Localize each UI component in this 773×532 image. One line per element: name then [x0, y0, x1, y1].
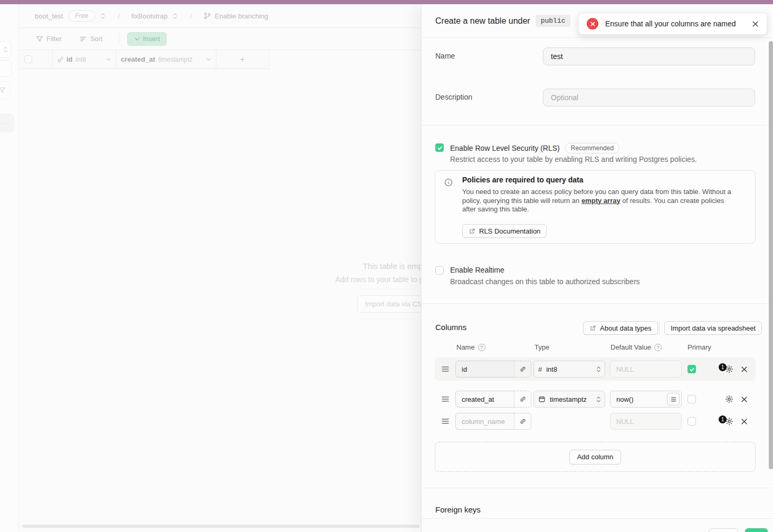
drag-handle-icon[interactable] [442, 366, 449, 372]
question-icon[interactable]: ? [478, 344, 485, 351]
info-title: Policies are required to query data [462, 176, 584, 184]
column-type-select[interactable]: timestamptz [533, 391, 605, 408]
cancel-button[interactable]: Cancel [709, 528, 738, 532]
chevron-down-icon[interactable] [106, 56, 111, 62]
empty-array-link[interactable]: empty array [581, 197, 621, 205]
foreign-keys-heading: Foreign keys [435, 505, 481, 514]
question-icon[interactable]: ? [654, 344, 662, 351]
import-csv-button[interactable]: Import data via CSV [357, 295, 421, 313]
toast-close-button[interactable] [752, 21, 759, 27]
empty-subtitle: Add rows to your table to get started. [19, 275, 421, 284]
breadcrumb-branch[interactable]: fixBootstrap [131, 12, 179, 20]
import-spreadsheet-button[interactable]: Import data via spreadsheet [664, 321, 762, 335]
realtime-checkbox[interactable] [435, 266, 444, 275]
table-editor-workspace: ··· boot_test Free / fixBootstrap / Enab… [0, 4, 421, 532]
drag-handle-icon[interactable] [442, 418, 449, 424]
primary-checkbox[interactable] [688, 365, 696, 373]
chevrons-up-down-icon [596, 365, 601, 373]
column-name-input[interactable] [455, 361, 514, 378]
toolbar-divider [119, 33, 119, 45]
select-all-checkbox[interactable] [24, 55, 32, 63]
default-value-input [610, 413, 682, 430]
name-label: Name [435, 52, 455, 60]
hash-icon: # [538, 365, 542, 373]
default-value-options-button[interactable] [667, 393, 680, 405]
plan-badge: Free [69, 10, 96, 22]
remove-column-button[interactable] [741, 366, 748, 373]
rail-button[interactable] [0, 60, 12, 77]
sort-button[interactable]: Sort [80, 35, 103, 43]
footer-divider [422, 518, 773, 519]
column-settings-button[interactable] [725, 395, 733, 403]
rail-filter-button[interactable] [0, 81, 11, 99]
column-name-input[interactable] [455, 391, 514, 408]
empty-title: This table is empty [19, 262, 421, 270]
toast-message: Ensure that all your columns are named [605, 20, 748, 28]
column-settings-button[interactable]: 1 [725, 365, 733, 373]
column-row-new: --- 1 [435, 410, 756, 432]
default-value-field [610, 361, 682, 378]
columns-heading: Columns [435, 323, 466, 332]
breadcrumb-project[interactable]: boot_test [35, 12, 63, 20]
insert-button[interactable]: Insert [127, 32, 167, 46]
left-rail: ··· [0, 4, 19, 532]
close-icon [752, 21, 759, 27]
enable-branching-button[interactable]: Enable branching [204, 12, 268, 20]
info-icon [444, 178, 453, 187]
recommended-badge: Recommended [565, 143, 619, 153]
empty-state: This table is empty Add rows to your tab… [19, 262, 421, 313]
external-link-icon [469, 228, 475, 235]
grid-header: id int8 created_at timestamptz + [19, 50, 269, 69]
remove-column-button[interactable] [741, 418, 748, 425]
chevron-down-icon[interactable] [206, 56, 212, 62]
header-default: Default Value ? [610, 343, 662, 351]
close-icon [741, 396, 748, 403]
drag-handle-icon[interactable] [442, 396, 449, 402]
sort-icon [80, 35, 87, 43]
primary-checkbox[interactable] [688, 395, 696, 403]
horizontal-scrollbar[interactable] [22, 525, 419, 528]
foreign-key-link-button[interactable] [514, 361, 531, 378]
calendar-icon [538, 395, 546, 403]
info-body: You need to create an access policy befo… [462, 188, 738, 214]
chevrons-up-down-icon [172, 12, 178, 20]
column-header-id[interactable]: id int8 [53, 50, 116, 69]
panel-scrollbar[interactable] [769, 41, 773, 469]
grid-toolbar: Filter Sort Insert [19, 28, 421, 50]
column-settings-button[interactable]: 1 [725, 417, 733, 425]
link-icon [519, 418, 527, 425]
close-icon [741, 418, 748, 425]
rls-documentation-button[interactable]: RLS Documentation [462, 224, 547, 238]
select-all-cell[interactable] [19, 50, 53, 69]
rls-checkbox[interactable] [435, 143, 444, 152]
column-type-select[interactable]: # int8 [533, 361, 605, 378]
add-column-button[interactable]: Add column [569, 450, 622, 465]
description-label: Description [435, 93, 472, 101]
add-column-header-cell[interactable]: + [216, 50, 269, 69]
filter-button[interactable]: Filter [36, 35, 62, 43]
breadcrumb-separator: / [190, 12, 192, 20]
panel-title: Create a new table under [435, 16, 530, 26]
chevrons-up-down-icon[interactable] [100, 12, 106, 20]
column-header-created-at[interactable]: created_at timestamptz [116, 50, 216, 69]
funnel-icon [0, 86, 6, 94]
rail-more-button[interactable]: ··· [0, 113, 15, 132]
table-select-button[interactable] [0, 41, 12, 58]
check-icon [437, 145, 443, 151]
about-data-types-button[interactable]: About data types [583, 321, 658, 335]
table-description-input[interactable] [543, 89, 755, 107]
table-name-input[interactable] [543, 47, 755, 65]
foreign-key-link-button[interactable] [514, 413, 531, 430]
add-column-zone: Add column [435, 442, 756, 472]
breadcrumb: boot_test Free / fixBootstrap / Enable b… [19, 4, 421, 28]
schema-badge: public [536, 15, 571, 27]
default-value-field [610, 413, 682, 430]
primary-checkbox[interactable] [688, 417, 696, 425]
chevrons-up-down-icon [596, 395, 601, 403]
foreign-key-link-button[interactable] [514, 391, 531, 408]
list-icon [671, 396, 676, 402]
column-name-input[interactable] [455, 413, 514, 430]
save-button[interactable]: Save [745, 528, 768, 532]
remove-column-button[interactable] [741, 396, 748, 403]
ellipsis-icon: ··· [1, 119, 9, 127]
